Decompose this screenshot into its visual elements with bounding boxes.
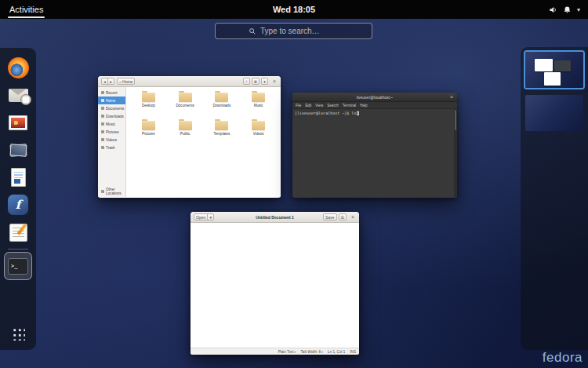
home-icon (101, 99, 104, 102)
dash-app-terminal[interactable]: >_ (5, 253, 31, 279)
sidebar-label: Pictures (106, 130, 119, 134)
dash-app-evolution[interactable] (5, 82, 31, 108)
close-button[interactable]: × (448, 94, 455, 100)
sidebar-item-videos[interactable]: Videos (98, 136, 125, 144)
sidebar-label: Recent (106, 91, 118, 95)
dash-app-photos[interactable] (5, 137, 31, 163)
dash-app-gedit[interactable] (5, 219, 31, 246)
sidebar-item-home[interactable]: Home (98, 97, 125, 104)
sidebar-item-downloads[interactable]: Downloads (98, 112, 125, 120)
chevron-down-icon: ▾ (577, 6, 580, 13)
menu-terminal[interactable]: Terminal (343, 104, 356, 107)
close-button[interactable]: × (350, 214, 356, 220)
gedit-icon (9, 224, 27, 242)
cursor-position-button[interactable]: Ln 1, Col 1 (328, 350, 345, 354)
terminal-titlebar: liveuser@localhost:~ × (292, 93, 457, 102)
search-input[interactable] (260, 27, 339, 35)
folder-item-public[interactable]: Public (168, 121, 203, 148)
fedora-logo: fedora (543, 350, 583, 366)
folder-icon (179, 93, 192, 102)
menu-help[interactable]: Help (360, 104, 367, 107)
folder-label: Desktop (142, 104, 155, 107)
save-button[interactable]: Save (323, 213, 336, 220)
chevron-down-icon: ▾ (295, 350, 296, 354)
folder-label: Videos (253, 132, 264, 136)
files-header-actions: ⌕ ≣ ▾ × (243, 78, 278, 85)
power-icon (563, 5, 572, 14)
sidebar-label: Other Locations (106, 188, 125, 195)
firefox-icon (8, 57, 29, 78)
menu-file[interactable]: File (296, 104, 301, 107)
show-applications-button[interactable] (5, 322, 31, 345)
folder-item-music[interactable]: Music (241, 93, 276, 119)
folder-item-documents[interactable]: Documents (168, 93, 203, 119)
folder-label: Pictures (142, 132, 155, 136)
terminal-cursor (357, 111, 359, 115)
dash-app-installer[interactable]: f (5, 191, 31, 218)
gedit-header-bar: Open ▾ Untitled Document 1 Save ☰ × (191, 212, 359, 223)
fedora-f-glyph: f (16, 198, 20, 212)
folder-item-videos[interactable]: Videos (241, 121, 276, 148)
gedit-window[interactable]: Open ▾ Untitled Document 1 Save ☰ × Plai… (191, 212, 359, 355)
folder-item-templates[interactable]: Templates (205, 121, 240, 148)
folder-icon (252, 93, 265, 102)
activities-button[interactable]: Activities (0, 0, 53, 19)
sidebar-item-recent[interactable]: Recent (98, 89, 125, 97)
clock[interactable]: Wed 18:05 (273, 5, 315, 14)
chevron-down-icon: ▾ (209, 215, 212, 220)
sidebar-item-pictures[interactable]: Pictures (98, 128, 125, 136)
language-selector[interactable]: Plain Text▾ (278, 350, 296, 354)
folder-item-desktop[interactable]: Desktop (131, 93, 166, 119)
terminal-content[interactable]: [liveuser@localhost ~]$ ls (292, 109, 457, 197)
path-label: Home (122, 79, 132, 84)
files-sidebar: Recent Home Documents Downloads Music Pi… (98, 87, 126, 197)
folder-icon (215, 121, 228, 130)
menu-search[interactable]: Search (327, 104, 339, 107)
folder-item-downloads[interactable]: Downloads (205, 93, 240, 119)
files-icon-grid: Desktop Documents Downloads Music Pictur… (126, 87, 281, 197)
recent-icon (101, 91, 104, 94)
evolution-mail-icon (9, 89, 28, 102)
videos-icon (101, 138, 104, 141)
back-icon: ◂ (103, 79, 106, 84)
menu-view[interactable]: View (315, 104, 323, 107)
sidebar-item-trash[interactable]: Trash (98, 144, 125, 151)
path-bar-home-button[interactable]: ⌂ Home (117, 78, 135, 85)
terminal-icon: >_ (8, 258, 28, 275)
document-title: Untitled Document 1 (256, 215, 294, 220)
terminal-prompt-line: [liveuser@localhost ~]$ ls (295, 111, 356, 115)
terminal-window[interactable]: liveuser@localhost:~ × File Edit View Se… (292, 93, 457, 198)
dash-app-writer[interactable] (5, 164, 31, 191)
open-dropdown-button[interactable]: ▾ (207, 213, 214, 220)
sidebar-item-documents[interactable]: Documents (98, 104, 125, 112)
files-search-button[interactable]: ⌕ (243, 78, 250, 85)
sidebar-item-other-locations[interactable]: Other Locations (98, 188, 125, 195)
view-toggle-button[interactable]: ≣ (252, 78, 260, 85)
insert-mode-indicator: INS (350, 350, 356, 354)
files-window[interactable]: ◂ ▸ ⌂ Home ⌕ ≣ ▾ × Recent Home Documents… (98, 76, 281, 198)
workspace-thumbnail-1[interactable] (525, 52, 583, 88)
system-status-area[interactable]: ▾ (549, 5, 588, 14)
folder-icon (142, 93, 155, 102)
terminal-menubar: File Edit View Search Terminal Help (292, 102, 457, 109)
menu-edit[interactable]: Edit (305, 104, 311, 107)
hamburger-icon: ☰ (341, 215, 344, 220)
shotwell-icon (9, 115, 27, 130)
close-button[interactable]: × (271, 78, 278, 84)
gedit-text-area[interactable] (191, 223, 359, 348)
top-bar: Activities Wed 18:05 ▾ (0, 0, 588, 19)
forward-icon: ▸ (110, 79, 112, 84)
view-options-button[interactable]: ▾ (261, 78, 268, 85)
pictures-icon (101, 130, 104, 133)
folder-item-pictures[interactable]: Pictures (131, 121, 166, 148)
workspace-thumbnail-2[interactable] (525, 95, 583, 131)
tab-width-selector[interactable]: Tab Width: 8▾ (301, 350, 324, 354)
overview-search-field[interactable] (215, 23, 372, 39)
sidebar-item-music[interactable]: Music (98, 120, 125, 128)
dash-app-firefox[interactable] (5, 54, 31, 81)
terminal-scrollbar[interactable] (454, 109, 457, 197)
dash-app-shotwell[interactable] (5, 109, 31, 136)
menu-button[interactable]: ☰ (339, 213, 347, 220)
forward-button[interactable]: ▸ (107, 78, 114, 85)
open-button[interactable]: Open (194, 213, 208, 220)
